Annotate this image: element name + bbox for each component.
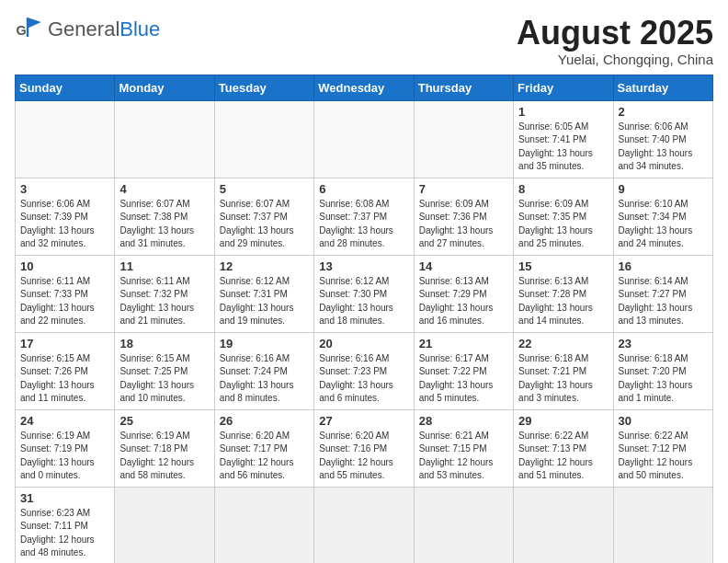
week-row-3: 10Sunrise: 6:11 AM Sunset: 7:33 PM Dayli… <box>16 255 713 332</box>
calendar-cell: 17Sunrise: 6:15 AM Sunset: 7:26 PM Dayli… <box>16 332 115 409</box>
day-number: 16 <box>619 259 708 273</box>
day-info: Sunrise: 6:08 AM Sunset: 7:37 PM Dayligh… <box>319 198 408 251</box>
calendar-cell: 23Sunrise: 6:18 AM Sunset: 7:20 PM Dayli… <box>613 332 712 409</box>
weekday-header-monday: Monday <box>115 75 214 100</box>
day-info: Sunrise: 6:17 AM Sunset: 7:22 PM Dayligh… <box>419 352 508 406</box>
weekday-header-friday: Friday <box>514 75 613 100</box>
day-number: 7 <box>419 182 508 196</box>
day-info: Sunrise: 6:13 AM Sunset: 7:28 PM Dayligh… <box>518 275 608 328</box>
calendar-cell <box>314 100 414 178</box>
day-info: Sunrise: 6:13 AM Sunset: 7:29 PM Dayligh… <box>419 275 508 328</box>
day-number: 22 <box>518 337 608 350</box>
day-info: Sunrise: 6:06 AM Sunset: 7:40 PM Dayligh… <box>619 121 708 174</box>
day-info: Sunrise: 6:16 AM Sunset: 7:24 PM Dayligh… <box>220 352 309 406</box>
calendar-cell: 1Sunrise: 6:05 AM Sunset: 7:41 PM Daylig… <box>514 100 613 178</box>
day-info: Sunrise: 6:20 AM Sunset: 7:16 PM Dayligh… <box>319 430 408 483</box>
week-row-4: 17Sunrise: 6:15 AM Sunset: 7:26 PM Dayli… <box>16 332 713 409</box>
day-info: Sunrise: 6:06 AM Sunset: 7:39 PM Dayligh… <box>20 198 109 251</box>
logo-text: GeneralBlue <box>48 19 160 40</box>
calendar-cell: 12Sunrise: 6:12 AM Sunset: 7:31 PM Dayli… <box>214 255 313 332</box>
calendar-cell: 29Sunrise: 6:22 AM Sunset: 7:13 PM Dayli… <box>514 409 613 487</box>
day-info: Sunrise: 6:05 AM Sunset: 7:41 PM Dayligh… <box>518 121 608 174</box>
week-row-6: 31Sunrise: 6:23 AM Sunset: 7:11 PM Dayli… <box>16 487 713 563</box>
calendar-cell: 6Sunrise: 6:08 AM Sunset: 7:37 PM Daylig… <box>314 178 414 255</box>
calendar-cell: 16Sunrise: 6:14 AM Sunset: 7:27 PM Dayli… <box>613 255 712 332</box>
day-info: Sunrise: 6:23 AM Sunset: 7:11 PM Dayligh… <box>20 507 109 560</box>
title-block: August 2025 Yuelai, Chongqing, China <box>517 15 713 67</box>
calendar-cell: 8Sunrise: 6:09 AM Sunset: 7:35 PM Daylig… <box>514 178 613 255</box>
calendar-cell <box>214 100 313 178</box>
day-info: Sunrise: 6:15 AM Sunset: 7:26 PM Dayligh… <box>20 352 109 406</box>
day-info: Sunrise: 6:15 AM Sunset: 7:25 PM Dayligh… <box>119 352 209 406</box>
svg-rect-2 <box>27 17 28 37</box>
day-info: Sunrise: 6:10 AM Sunset: 7:34 PM Dayligh… <box>619 198 708 251</box>
calendar-cell: 13Sunrise: 6:12 AM Sunset: 7:30 PM Dayli… <box>314 255 414 332</box>
day-info: Sunrise: 6:12 AM Sunset: 7:30 PM Dayligh… <box>319 275 408 328</box>
weekday-header-row: SundayMondayTuesdayWednesdayThursdayFrid… <box>16 75 713 100</box>
calendar-cell: 7Sunrise: 6:09 AM Sunset: 7:36 PM Daylig… <box>414 178 513 255</box>
day-number: 30 <box>619 414 708 428</box>
day-number: 28 <box>419 414 508 428</box>
day-number: 12 <box>220 259 309 273</box>
day-info: Sunrise: 6:12 AM Sunset: 7:31 PM Dayligh… <box>220 275 309 328</box>
weekday-header-saturday: Saturday <box>613 75 712 100</box>
day-info: Sunrise: 6:07 AM Sunset: 7:38 PM Dayligh… <box>119 198 209 251</box>
day-info: Sunrise: 6:21 AM Sunset: 7:15 PM Dayligh… <box>419 430 508 483</box>
svg-text:G: G <box>17 23 27 38</box>
weekday-header-wednesday: Wednesday <box>314 75 414 100</box>
day-number: 24 <box>20 414 109 428</box>
logo-icon: G <box>15 15 44 44</box>
calendar-cell <box>214 487 313 563</box>
calendar-cell <box>414 100 513 178</box>
day-number: 18 <box>119 337 209 350</box>
day-number: 4 <box>119 182 209 196</box>
day-number: 25 <box>119 414 209 428</box>
calendar-cell: 31Sunrise: 6:23 AM Sunset: 7:11 PM Dayli… <box>16 487 115 563</box>
calendar-cell: 20Sunrise: 6:16 AM Sunset: 7:23 PM Dayli… <box>314 332 414 409</box>
calendar-cell: 21Sunrise: 6:17 AM Sunset: 7:22 PM Dayli… <box>414 332 513 409</box>
svg-marker-1 <box>28 17 40 28</box>
day-info: Sunrise: 6:18 AM Sunset: 7:21 PM Dayligh… <box>518 352 608 406</box>
calendar-cell: 10Sunrise: 6:11 AM Sunset: 7:33 PM Dayli… <box>16 255 115 332</box>
calendar-cell <box>115 100 214 178</box>
logo: G GeneralBlue <box>15 15 160 44</box>
calendar: SundayMondayTuesdayWednesdayThursdayFrid… <box>15 75 713 563</box>
day-info: Sunrise: 6:11 AM Sunset: 7:33 PM Dayligh… <box>20 275 109 328</box>
day-number: 9 <box>619 182 708 196</box>
day-number: 23 <box>619 337 708 350</box>
location-subtitle: Yuelai, Chongqing, China <box>517 52 713 67</box>
day-info: Sunrise: 6:19 AM Sunset: 7:18 PM Dayligh… <box>119 430 209 483</box>
day-info: Sunrise: 6:09 AM Sunset: 7:35 PM Dayligh… <box>518 198 608 251</box>
week-row-2: 3Sunrise: 6:06 AM Sunset: 7:39 PM Daylig… <box>16 178 713 255</box>
calendar-cell <box>613 487 712 563</box>
calendar-cell: 22Sunrise: 6:18 AM Sunset: 7:21 PM Dayli… <box>514 332 613 409</box>
day-info: Sunrise: 6:14 AM Sunset: 7:27 PM Dayligh… <box>619 275 708 328</box>
day-number: 17 <box>20 337 109 350</box>
day-number: 8 <box>518 182 608 196</box>
day-number: 1 <box>518 105 608 119</box>
calendar-cell <box>16 100 115 178</box>
weekday-header-sunday: Sunday <box>16 75 115 100</box>
calendar-cell: 14Sunrise: 6:13 AM Sunset: 7:29 PM Dayli… <box>414 255 513 332</box>
calendar-cell <box>314 487 414 563</box>
day-number: 13 <box>319 259 408 273</box>
calendar-cell <box>414 487 513 563</box>
day-number: 6 <box>319 182 408 196</box>
day-info: Sunrise: 6:20 AM Sunset: 7:17 PM Dayligh… <box>220 430 309 483</box>
calendar-cell: 11Sunrise: 6:11 AM Sunset: 7:32 PM Dayli… <box>115 255 214 332</box>
weekday-header-tuesday: Tuesday <box>214 75 313 100</box>
day-number: 14 <box>419 259 508 273</box>
day-number: 27 <box>319 414 408 428</box>
day-info: Sunrise: 6:19 AM Sunset: 7:19 PM Dayligh… <box>20 430 109 483</box>
calendar-cell: 9Sunrise: 6:10 AM Sunset: 7:34 PM Daylig… <box>613 178 712 255</box>
day-number: 26 <box>220 414 309 428</box>
calendar-cell: 19Sunrise: 6:16 AM Sunset: 7:24 PM Dayli… <box>214 332 313 409</box>
day-number: 5 <box>220 182 309 196</box>
calendar-cell: 27Sunrise: 6:20 AM Sunset: 7:16 PM Dayli… <box>314 409 414 487</box>
calendar-cell: 2Sunrise: 6:06 AM Sunset: 7:40 PM Daylig… <box>613 100 712 178</box>
day-info: Sunrise: 6:11 AM Sunset: 7:32 PM Dayligh… <box>119 275 209 328</box>
day-info: Sunrise: 6:16 AM Sunset: 7:23 PM Dayligh… <box>319 352 408 406</box>
day-number: 21 <box>419 337 508 350</box>
header: G GeneralBlue August 2025 Yuelai, Chongq… <box>15 15 713 67</box>
day-info: Sunrise: 6:18 AM Sunset: 7:20 PM Dayligh… <box>619 352 708 406</box>
